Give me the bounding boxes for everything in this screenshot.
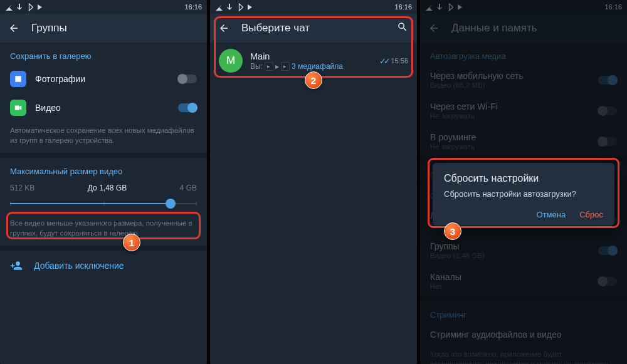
page-title: Группы	[31, 22, 67, 34]
play-outline-icon	[235, 3, 243, 11]
send-icon	[5, 3, 13, 11]
search-button[interactable]	[397, 21, 408, 35]
add-user-icon	[10, 259, 23, 272]
media-thumb-icon	[281, 62, 290, 71]
photos-toggle[interactable]	[178, 75, 197, 83]
avatar: M	[219, 49, 243, 73]
screen-groups: 16:16 Группы Сохранить в галерею Фотогра…	[0, 0, 207, 364]
page-title: Выберите чат	[241, 22, 310, 34]
chat-time: 15:56	[391, 57, 408, 65]
status-time: 16:16	[184, 3, 202, 11]
hint-autosave: Автоматическое сохранение всех новых мед…	[0, 122, 207, 153]
size-min: 512 KB	[10, 184, 34, 192]
download-icon	[15, 3, 23, 11]
read-check-icon: ✓✓	[379, 56, 388, 66]
toolbar: Группы	[0, 14, 207, 43]
play-outline-icon	[25, 3, 33, 11]
toolbar: Выберите чат	[210, 14, 417, 43]
divider	[0, 246, 207, 251]
chat-row-main[interactable]: M Main Вы: ▸ 3 медиафайла ✓✓ 15:56	[210, 43, 417, 79]
chat-name: Main	[250, 51, 372, 61]
video-icon	[10, 100, 26, 116]
dialog-title: Сбросить настройки	[444, 173, 603, 184]
reset-dialog: Сбросить настройки Сбросить настройки ав…	[433, 163, 614, 226]
photos-label: Фотографии	[35, 74, 169, 84]
play-icon	[245, 3, 253, 11]
dialog-cancel-button[interactable]: Отмена	[537, 210, 566, 219]
size-max: 4 GB	[180, 184, 197, 192]
download-icon	[225, 3, 233, 11]
row-videos[interactable]: Видео	[0, 93, 207, 122]
image-icon	[10, 71, 26, 87]
size-current: До 1,48 GB	[88, 184, 127, 192]
dialog-reset-button[interactable]: Сброс	[579, 210, 603, 219]
media-thumb-icon	[265, 62, 273, 71]
status-time: 16:16	[394, 3, 412, 11]
play-icon	[35, 3, 43, 11]
dialog-message: Сбросить настройки автозагрузки?	[444, 189, 603, 199]
slider-labels: 512 KB До 1,48 GB 4 GB	[0, 180, 207, 194]
add-exception-label: Добавить исключение	[34, 261, 124, 271]
chat-preview: Вы: ▸ 3 медиафайла	[250, 62, 372, 71]
section-max-size: Максимальный размер видео	[0, 158, 207, 180]
chat-meta: ✓✓ 15:56	[379, 56, 408, 66]
status-bar: 16:16	[0, 0, 207, 14]
row-photos[interactable]: Фотографии	[0, 65, 207, 93]
videos-label: Видео	[35, 103, 169, 113]
add-exception-button[interactable]: Добавить исключение	[0, 251, 207, 281]
hint-size: Все видео меньше указанного размера, пол…	[0, 215, 207, 246]
screen-data-storage: 16:16 Данные и память Автозагрузка медиа…	[420, 0, 627, 364]
divider	[0, 153, 207, 158]
size-slider[interactable]	[10, 197, 197, 210]
back-button[interactable]	[218, 22, 230, 34]
send-icon	[215, 3, 223, 11]
videos-toggle[interactable]	[178, 103, 197, 112]
back-button[interactable]	[8, 22, 20, 34]
screen-select-chat: 16:16 Выберите чат M Main Вы: ▸ 3 медиаф…	[210, 0, 417, 364]
status-bar: 16:16	[210, 0, 417, 14]
section-save-gallery: Сохранить в галерею	[0, 43, 207, 65]
